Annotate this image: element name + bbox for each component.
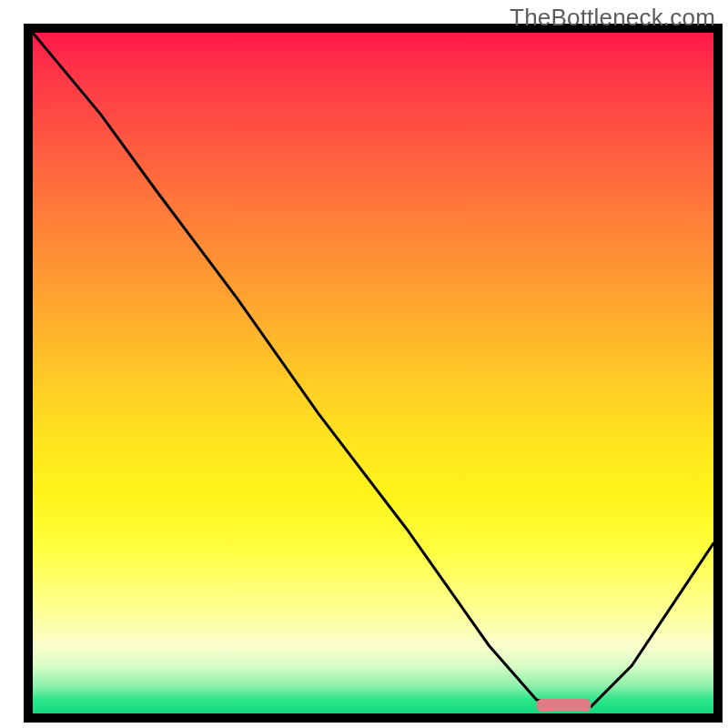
watermark-text: TheBottleneck.com [510,4,715,32]
chart-container: TheBottleneck.com [0,0,728,728]
gradient-background [33,33,713,713]
plot-area [24,24,723,723]
